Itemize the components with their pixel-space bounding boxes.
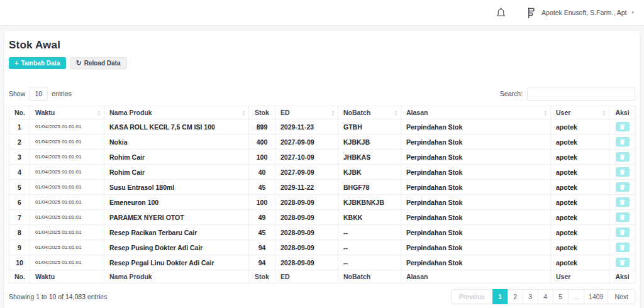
page-previous[interactable]: Previous xyxy=(451,289,493,304)
cell-stok: 899 xyxy=(249,119,275,135)
table-row: 901/04/2025 01:01:01Resep Pusing Dokter … xyxy=(9,240,636,255)
page-1[interactable]: 1 xyxy=(492,289,508,304)
delete-button[interactable] xyxy=(616,152,630,162)
cell-aksi xyxy=(609,240,636,255)
table-footer-header: No.WaktuNama ProdukStokEDNoBatchAlasanUs… xyxy=(9,270,636,283)
cell-aksi xyxy=(609,165,636,180)
cell-nama-produk: Emeneuron 100 xyxy=(104,195,249,210)
column-header-ed[interactable]: ED▲▼ xyxy=(275,106,338,119)
page-item[interactable]: … xyxy=(568,289,585,304)
column-header-alasan[interactable]: Alasan xyxy=(401,270,551,283)
column-header-nama-produk[interactable]: Nama Produk xyxy=(104,270,249,283)
column-header-stok: Stok xyxy=(249,270,275,283)
column-header-ed[interactable]: ED xyxy=(275,270,338,283)
cell-alasan: Perpindahan Stok xyxy=(401,180,551,195)
cell-waktu: 01/04/2025 01:01:01 xyxy=(30,150,104,165)
column-header-user[interactable]: User▲▼ xyxy=(551,106,609,119)
column-header-stok: Stok xyxy=(249,106,275,119)
column-header-user[interactable]: User xyxy=(551,270,609,283)
cell-user: apotek xyxy=(551,240,609,255)
column-label: Waktu xyxy=(35,273,55,280)
column-header-waktu[interactable]: Waktu xyxy=(30,270,104,283)
cell-waktu: 01/04/2025 01:01:01 xyxy=(30,225,104,240)
cell-stok: 94 xyxy=(249,240,275,255)
sort-icon: ▲▼ xyxy=(97,110,101,116)
delete-button[interactable] xyxy=(616,258,630,267)
cell-waktu: 01/04/2025 01:01:01 xyxy=(30,180,104,195)
column-header-no: No. xyxy=(9,106,30,119)
notification-bell-button[interactable] xyxy=(496,7,506,18)
delete-button[interactable] xyxy=(616,212,630,222)
table-header: No.Waktu▲▼Nama Produk▲▼StokED▲▼NoBatch▲▼… xyxy=(9,106,636,119)
cell-no: 2 xyxy=(9,135,30,150)
page-title: Stok Awal xyxy=(9,39,635,52)
sort-icon: ▲▼ xyxy=(331,110,335,116)
cell-no: 9 xyxy=(9,240,30,255)
trash-icon xyxy=(619,199,625,206)
delete-button[interactable] xyxy=(616,228,630,237)
cell-nama-produk: Susu Entrasol 180ml xyxy=(104,180,249,195)
trash-icon xyxy=(619,244,625,251)
tambah-data-button[interactable]: + Tambah Data xyxy=(9,57,66,69)
column-header-alasan[interactable]: Alasan▲▼ xyxy=(401,106,551,119)
cell-aksi xyxy=(609,150,636,165)
table-row: 201/04/2025 01:01:01Nokia4002027-09-09KJ… xyxy=(9,135,636,150)
delete-button[interactable] xyxy=(616,182,630,192)
trash-icon xyxy=(619,153,625,160)
sort-icon: ▲▼ xyxy=(602,110,606,116)
user-menu[interactable]: Apotek Enusoft, S.Farm., Apt ▾ xyxy=(523,6,634,19)
reload-data-button[interactable]: ↻ Reload Data xyxy=(70,57,127,69)
page-2[interactable]: 2 xyxy=(508,289,523,304)
cell-nama-produk: Rohim Cair xyxy=(104,165,249,180)
page-3[interactable]: 3 xyxy=(523,289,538,304)
cell-waktu: 01/04/2025 01:01:01 xyxy=(30,135,104,150)
cell-stok: 400 xyxy=(249,135,275,150)
cell-aksi xyxy=(609,135,636,150)
delete-button[interactable] xyxy=(616,197,630,207)
search-input[interactable] xyxy=(527,87,635,101)
cell-nama-produk: KASA ROLL KECIL 7,5 CM ISI 100 xyxy=(104,119,249,135)
cell-user: apotek xyxy=(551,225,609,240)
page-4[interactable]: 4 xyxy=(538,289,553,304)
sort-icon: ▲▼ xyxy=(544,110,547,116)
cell-alasan: Perpindahan Stok xyxy=(401,119,551,135)
column-header-nobatch[interactable]: NoBatch xyxy=(338,270,401,283)
cell-stok: 49 xyxy=(249,210,275,225)
cell-nama-produk: Resep Pusing Dokter Adi Cair xyxy=(104,240,249,255)
table-row: 601/04/2025 01:01:01Emeneuron 1001002028… xyxy=(9,195,636,210)
cell-ed: 2028-09-09 xyxy=(275,240,338,255)
page-next[interactable]: Next xyxy=(608,289,635,304)
page-1409[interactable]: 1409 xyxy=(584,289,608,304)
cell-ed: 2027-09-09 xyxy=(275,165,338,180)
delete-button[interactable] xyxy=(616,243,630,252)
table-row: 301/04/2025 01:01:01Rohim Cair1002027-10… xyxy=(9,150,636,165)
column-header-nobatch[interactable]: NoBatch▲▼ xyxy=(338,106,401,119)
cell-alasan: Perpindahan Stok xyxy=(401,225,551,240)
cell-no: 7 xyxy=(9,210,30,225)
cell-nama-produk: Nokia xyxy=(104,135,249,150)
delete-button[interactable] xyxy=(616,122,630,131)
cell-user: apotek xyxy=(551,255,609,270)
column-header-nama-produk[interactable]: Nama Produk▲▼ xyxy=(104,106,249,119)
cell-alasan: Perpindahan Stok xyxy=(401,255,551,270)
cell-aksi xyxy=(609,255,636,270)
cell-user: apotek xyxy=(551,195,609,210)
table-row: 401/04/2025 01:01:01Rohim Cair402027-09-… xyxy=(9,165,636,180)
page-5[interactable]: 5 xyxy=(553,289,569,304)
cell-waktu: 01/04/2025 01:01:01 xyxy=(30,255,104,270)
trash-icon xyxy=(619,168,625,175)
table-row: 701/04/2025 01:01:01PARAMEX NYERI OTOT49… xyxy=(9,210,636,225)
entries-select[interactable]: 10 xyxy=(29,87,48,101)
user-name-label: Apotek Enusoft, S.Farm., Apt xyxy=(541,9,626,16)
column-header-no: No. xyxy=(9,270,30,283)
sort-icon: ▲▼ xyxy=(242,110,245,116)
column-label: User xyxy=(556,273,570,280)
column-label: Stok xyxy=(255,273,269,280)
cell-nobatch: -- xyxy=(338,240,401,255)
cell-user: apotek xyxy=(551,150,609,165)
sort-icon: ▲▼ xyxy=(394,110,397,116)
pharmacy-logo-icon xyxy=(523,6,536,19)
column-header-waktu[interactable]: Waktu▲▼ xyxy=(30,106,104,119)
delete-button[interactable] xyxy=(616,167,630,177)
delete-button[interactable] xyxy=(616,137,630,146)
